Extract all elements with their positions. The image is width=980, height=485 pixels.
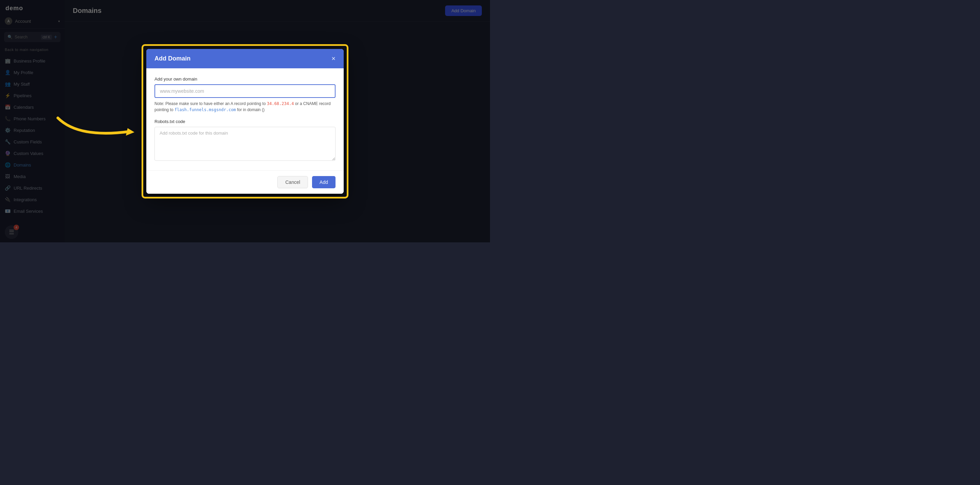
note-ip: 34.68.234.4 <box>267 101 294 106</box>
modal-body: Add your own domain Note: Please make su… <box>146 68 344 170</box>
add-button[interactable]: Add <box>312 176 336 188</box>
note-prefix: Note: Please make sure to have either an… <box>154 101 267 106</box>
note-text: Note: Please make sure to have either an… <box>154 101 336 113</box>
domain-input[interactable] <box>154 84 336 98</box>
modal-close-button[interactable]: × <box>331 55 336 62</box>
robots-textarea[interactable] <box>154 127 336 161</box>
cancel-button[interactable]: Cancel <box>277 176 308 188</box>
note-suffix: for in domain () <box>236 108 264 112</box>
svg-marker-0 <box>126 128 134 136</box>
domain-field-label: Add your own domain <box>154 76 336 82</box>
add-domain-modal: Add Domain × Add your own domain Note: P… <box>146 49 344 194</box>
robots-label: Robots.txt code <box>154 119 336 124</box>
modal-footer: Cancel Add <box>146 170 344 194</box>
arrow-annotation <box>51 111 140 153</box>
modal-container: Add Domain × Add your own domain Note: P… <box>146 49 344 194</box>
modal-title: Add Domain <box>154 55 191 62</box>
note-cname: flash.funnels.msgsndr.com <box>175 108 236 112</box>
modal-overlay: Add Domain × Add your own domain Note: P… <box>0 0 490 242</box>
modal-header: Add Domain × <box>146 49 344 68</box>
